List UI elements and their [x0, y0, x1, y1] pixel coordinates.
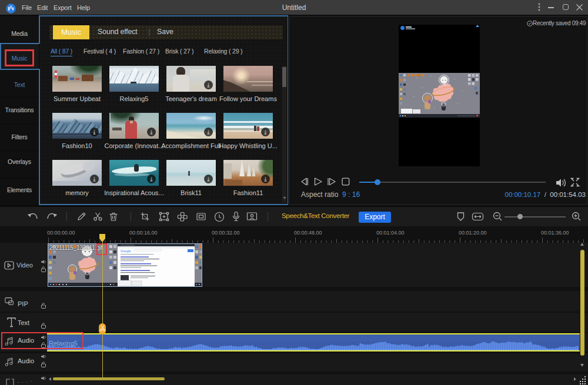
- svg-text:Google: Google: [121, 249, 131, 253]
